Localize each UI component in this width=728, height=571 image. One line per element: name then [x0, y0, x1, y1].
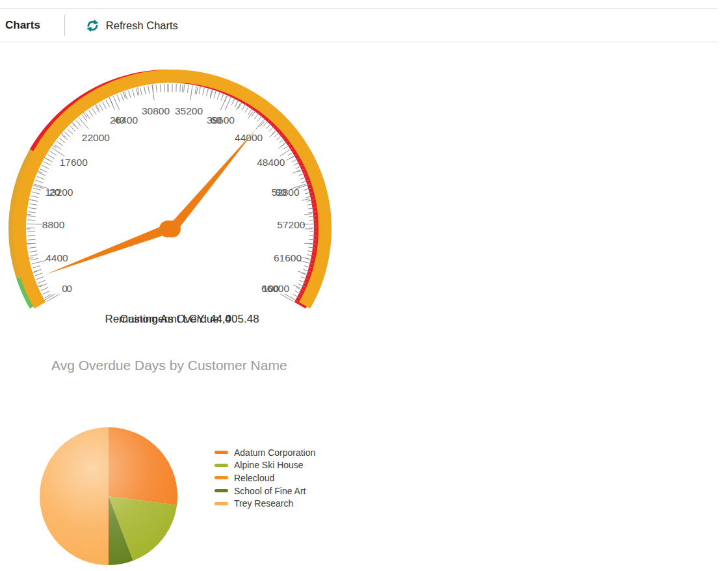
gauge-minor-tick [73, 123, 78, 129]
gauge-minor-tick [301, 277, 308, 280]
gauge-major-tick [27, 224, 42, 224]
gauge-tick-label: 4400 [46, 252, 68, 263]
legend-marker [214, 464, 228, 467]
gauge-minor-tick [302, 180, 309, 183]
gauge-minor-tick [148, 86, 150, 94]
gauge-minor-tick [125, 92, 127, 99]
legend-marker [214, 476, 228, 479]
gauge-minor-tick [57, 141, 63, 146]
gauge-minor-tick [188, 85, 188, 92]
gauge-needle-hub [164, 220, 181, 237]
gauge-minor-tick [82, 115, 86, 121]
toolbar-divider [64, 15, 65, 36]
gauge-minor-tick [96, 106, 99, 113]
gauge-tick-label: 48400 [257, 157, 285, 168]
gauge-minor-tick [266, 123, 271, 129]
gauge-minor-tick [294, 291, 302, 294]
gauge-minor-tick [42, 165, 49, 168]
gauge-tick-label: 66000 [261, 283, 289, 294]
gauge-minor-tick [99, 104, 103, 111]
legend-label: Adatum Corporation [234, 447, 315, 458]
gauge-major-tick [152, 85, 154, 100]
gauge-minor-tick [248, 108, 253, 114]
gauge-minor-tick [299, 173, 306, 176]
legend-item: Relecloud [214, 471, 315, 485]
gauge-minor-tick [117, 95, 120, 102]
gauge-minor-tick [309, 216, 317, 217]
gauge-minor-tick [29, 251, 37, 252]
gauge-minor-tick [156, 85, 157, 92]
gauge-minor-tick [110, 98, 113, 105]
gauge-minor-tick [309, 212, 317, 213]
gauge-minor-tick [106, 100, 109, 107]
gauge-tick-label: 26400 [110, 114, 138, 126]
gauge-tick-label: 39600 [207, 114, 235, 126]
gauge-minor-tick [136, 88, 138, 96]
gauge-minor-tick [184, 85, 185, 92]
gauge-minor-tick [306, 196, 313, 198]
pie-chart[interactable] [40, 427, 177, 565]
gauge-minor-tick [29, 247, 36, 248]
pie-gloss-overlay [40, 427, 177, 565]
gauge-minor-tick [133, 90, 135, 98]
gauge-tick-label: 35200 [175, 105, 203, 116]
gauge-minor-tick [121, 94, 124, 101]
gauge-minor-tick [309, 220, 317, 220]
gauge-minor-tick [47, 155, 54, 159]
legend-marker [214, 502, 228, 505]
gauge-minor-tick [29, 212, 36, 213]
legend-item: Alpine Ski House [214, 459, 315, 472]
gauge-major-tick [285, 294, 298, 302]
gauge-minor-tick [307, 200, 315, 201]
gauge-minor-tick [306, 258, 314, 260]
gauge-minor-tick [309, 239, 317, 240]
gauge-major-tick [280, 148, 292, 156]
gauge-minor-tick [217, 92, 220, 99]
gauge-minor-tick [214, 90, 216, 98]
gauge-minor-tick [62, 135, 68, 140]
refresh-icon [86, 19, 99, 33]
gauge-minor-tick [292, 158, 298, 162]
gauge-minor-tick [35, 273, 42, 276]
gauge-minor-tick [64, 132, 70, 137]
gauge-minor-tick [272, 129, 278, 134]
gauge-minor-tick [309, 243, 317, 244]
gauge-minor-tick [38, 173, 46, 176]
gauge-minor-tick [239, 102, 242, 109]
gauge-minor-tick [92, 108, 97, 114]
gauge-minor-tick [38, 280, 45, 283]
gauge-minor-tick [68, 129, 73, 134]
gauge-minor-tick [254, 113, 259, 119]
gauge-minor-tick [27, 235, 35, 236]
legend-marker [214, 451, 228, 454]
gauge-tick-label: 52800 [271, 187, 299, 198]
gauge-minor-tick [304, 269, 311, 272]
gauge-minor-tick [40, 284, 47, 287]
gauge-minor-tick [300, 176, 307, 179]
gauge-tick-label: 8800 [42, 219, 65, 230]
gauge-minor-tick [199, 86, 200, 94]
gauge-minor-tick [304, 188, 311, 190]
gauge-minor-tick [281, 141, 288, 146]
gauge-minor-tick [31, 258, 38, 260]
gauge-minor-tick [32, 266, 40, 268]
gauge-major-tick [256, 118, 266, 129]
gauge-minor-tick [160, 85, 161, 92]
refresh-charts-label: Refresh Charts [106, 20, 178, 32]
gauge-minor-tick [206, 88, 208, 96]
gauge-minor-tick [36, 277, 44, 280]
gauge-minor-tick [284, 144, 291, 149]
gauge-caption-remaining-amt: Remaining Amt LCY: 44,005.48 [0, 312, 364, 327]
gauge-remaining-amt-lcy[interactable]: 0440088001320017600220002640030800352003… [0, 59, 364, 319]
gauge-major-tick [32, 260, 46, 264]
gauge-minor-tick [231, 98, 235, 105]
refresh-charts-button[interactable]: Refresh Charts [86, 19, 178, 33]
gauge-minor-tick [293, 294, 300, 298]
gauge-minor-tick [224, 95, 228, 102]
gauge-minor-tick [245, 106, 249, 113]
gauge-minor-tick [300, 280, 307, 283]
gauge-minor-tick [221, 94, 224, 101]
gauge-minor-tick [140, 88, 142, 96]
gauge-minor-tick [274, 132, 280, 137]
gauge-minor-tick [298, 284, 305, 287]
